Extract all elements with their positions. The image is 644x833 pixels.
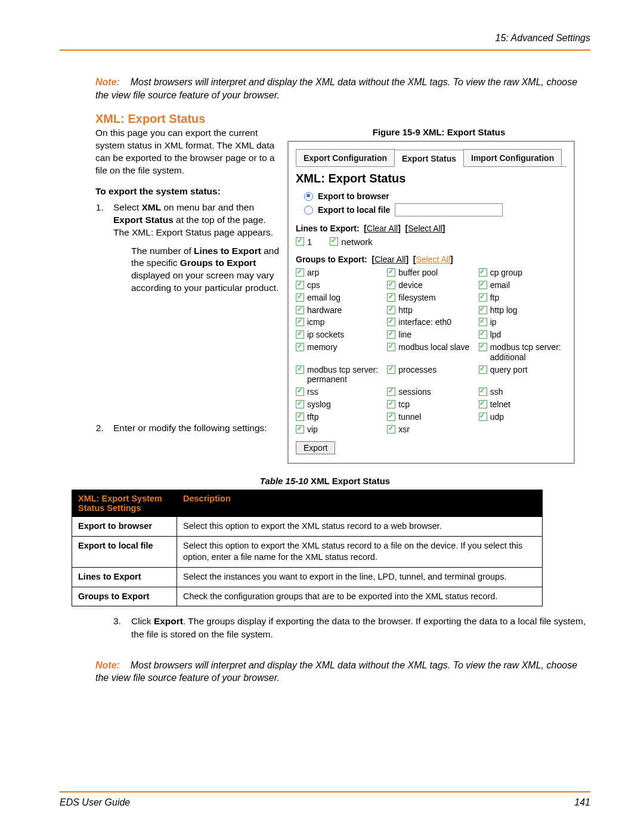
groups-clear-all[interactable]: Clear All xyxy=(374,255,405,264)
footer-guide: EDS User Guide xyxy=(60,797,130,808)
check-icon xyxy=(479,400,487,408)
lines-clear-all[interactable]: Clear All xyxy=(367,224,398,233)
figure-caption: Figure 15-9 XML: Export Status xyxy=(287,127,590,137)
checkbox-group[interactable]: http log xyxy=(479,305,566,315)
checkbox-group[interactable]: buffer pool xyxy=(387,268,475,278)
lines-select-all[interactable]: Select All xyxy=(408,224,442,233)
checkbox-line[interactable]: network xyxy=(330,237,373,247)
table-row: Export to browserSelect this option to e… xyxy=(72,517,543,537)
checkbox-label: modbus tcp server: additional xyxy=(490,342,566,363)
check-icon xyxy=(479,318,487,326)
checkbox-label: arp xyxy=(307,268,319,278)
check-icon xyxy=(387,281,395,289)
check-icon xyxy=(296,306,304,314)
checkbox-group[interactable]: rss xyxy=(296,387,383,397)
checkbox-label: email log xyxy=(307,293,340,303)
checkbox-label: ssh xyxy=(490,387,503,397)
checkbox-group[interactable]: cp group xyxy=(479,268,566,278)
checkbox-group[interactable]: modbus local slave xyxy=(387,342,475,363)
checkbox-group[interactable]: lpd xyxy=(479,330,566,340)
section-intro: On this page you can export the current … xyxy=(95,127,280,177)
checkbox-group[interactable]: ftp xyxy=(479,293,566,303)
input-localfile-name[interactable] xyxy=(395,203,503,216)
checkbox-group[interactable]: filesystem xyxy=(387,293,475,303)
checkbox-label: ip xyxy=(490,317,497,327)
figure-heading: XML: Export Status xyxy=(296,172,566,185)
checkbox-group[interactable]: interface: eth0 xyxy=(387,317,475,327)
checkbox-group[interactable]: device xyxy=(387,280,475,290)
radio-export-browser[interactable] xyxy=(304,192,313,201)
radio-export-localfile[interactable] xyxy=(304,206,313,215)
table-cell-description: Select this option to export the XML sta… xyxy=(177,536,543,567)
checkbox-label: http xyxy=(398,305,412,315)
check-icon xyxy=(479,281,487,289)
check-icon xyxy=(296,388,304,396)
table-cell-description: Select the instances you want to export … xyxy=(177,568,543,587)
checkbox-group[interactable]: tunnel xyxy=(387,412,475,422)
note-label-2: Note: xyxy=(95,660,120,670)
note-bottom: Note: Most browsers will interpret and d… xyxy=(95,659,590,685)
checkbox-group[interactable]: query port xyxy=(479,365,566,385)
checkbox-group[interactable]: processes xyxy=(387,365,475,385)
checkbox-label: tftp xyxy=(307,412,318,422)
figure-tabs: Export Configuration Export Status Impor… xyxy=(296,149,566,167)
check-icon xyxy=(296,400,304,408)
checkbox-group[interactable]: memory xyxy=(296,342,383,363)
groups-to-export-label: Groups to Export: [Clear All] [Select Al… xyxy=(296,255,566,264)
checkbox-group[interactable]: vip xyxy=(296,425,383,435)
check-icon xyxy=(479,366,487,374)
checkbox-label: icmp xyxy=(307,317,325,327)
section-subhead: To export the system status: xyxy=(95,185,280,198)
checkbox-label: cps xyxy=(307,280,320,290)
checkbox-group[interactable]: tftp xyxy=(296,412,383,422)
step-1: Select XML on menu bar and then Export S… xyxy=(106,202,280,416)
check-icon xyxy=(387,318,395,326)
table-cell-setting: Lines to Export xyxy=(72,568,177,587)
step-3: 3. Click Export. The groups display if e… xyxy=(95,615,590,640)
checkbox-group[interactable]: icmp xyxy=(296,317,383,327)
checkbox-group[interactable]: arp xyxy=(296,268,383,278)
tab-export-config[interactable]: Export Configuration xyxy=(296,149,395,166)
checkbox-label: tunnel xyxy=(398,412,421,422)
checkbox-group[interactable]: line xyxy=(387,330,475,340)
groups-select-all[interactable]: Select All xyxy=(416,255,450,264)
table-row: Lines to ExportSelect the instances you … xyxy=(72,568,543,587)
checkbox-label: device xyxy=(398,280,422,290)
checkbox-group[interactable]: email log xyxy=(296,293,383,303)
checkbox-group[interactable]: cps xyxy=(296,280,383,290)
step-2: Enter or modify the following settings: xyxy=(106,422,280,435)
check-icon xyxy=(387,293,395,302)
checkbox-group[interactable]: email xyxy=(479,280,566,290)
tab-export-status[interactable]: Export Status xyxy=(394,150,464,167)
header-breadcrumb: 15: Advanced Settings xyxy=(60,33,590,44)
check-icon xyxy=(296,425,304,433)
table-cell-setting: Groups to Export xyxy=(72,587,177,606)
check-icon xyxy=(387,366,395,374)
table-cell-setting: Export to browser xyxy=(72,517,177,537)
checkbox-group[interactable]: modbus tcp server: permanent xyxy=(296,365,383,385)
tab-import-config[interactable]: Import Configuration xyxy=(463,149,562,166)
checkbox-group[interactable]: telnet xyxy=(479,400,566,410)
checkbox-group[interactable]: http xyxy=(387,305,475,315)
check-icon xyxy=(296,281,304,289)
checkbox-label: tcp xyxy=(398,400,410,410)
checkbox-group[interactable]: syslog xyxy=(296,400,383,410)
checkbox-label: buffer pool xyxy=(398,268,438,278)
checkbox-group[interactable]: hardware xyxy=(296,305,383,315)
check-icon xyxy=(387,400,395,408)
checkbox-group[interactable]: udp xyxy=(479,412,566,422)
check-icon xyxy=(479,413,487,421)
checkbox-group[interactable]: ssh xyxy=(479,387,566,397)
checkbox-label: ip sockets xyxy=(307,330,344,340)
checkbox-label: udp xyxy=(490,412,504,422)
export-button[interactable]: Export xyxy=(296,441,335,454)
checkbox-group[interactable]: tcp xyxy=(387,400,475,410)
checkbox-line[interactable]: 1 xyxy=(296,237,312,247)
checkbox-group[interactable]: sessions xyxy=(387,387,475,397)
checkbox-group[interactable]: ip sockets xyxy=(296,330,383,340)
checkbox-group[interactable]: ip xyxy=(479,317,566,327)
checkbox-label: processes xyxy=(398,365,436,375)
checkbox-label: rss xyxy=(307,387,318,397)
checkbox-group[interactable]: modbus tcp server: additional xyxy=(479,342,566,363)
checkbox-group[interactable]: xsr xyxy=(387,425,475,435)
